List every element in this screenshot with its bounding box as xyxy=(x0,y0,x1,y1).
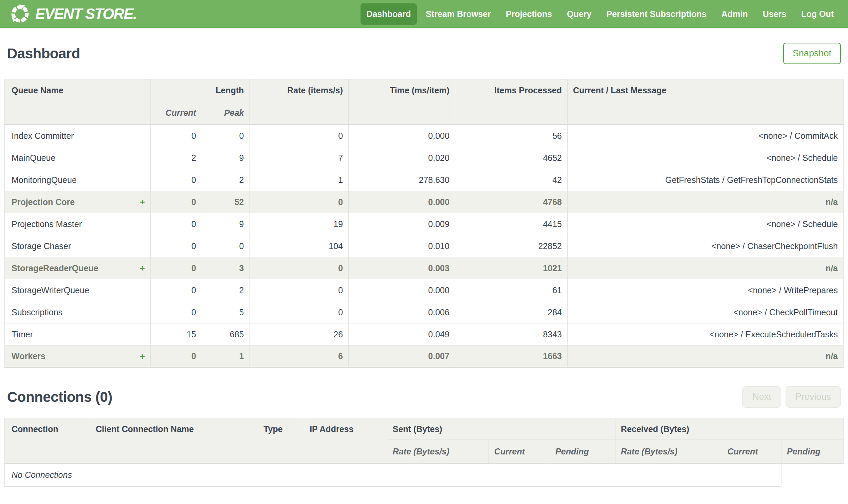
queue-current: 0 xyxy=(150,257,202,279)
queue-rate: 104 xyxy=(250,235,349,257)
queue-name: MonitoringQueue xyxy=(5,169,151,191)
page-header: Dashboard Snapshot xyxy=(7,43,841,64)
col-connection: Connection xyxy=(5,418,90,464)
queue-items: 8343 xyxy=(455,323,567,345)
queue-time: 0.003 xyxy=(349,257,455,279)
queue-message: <none> / WritePrepares xyxy=(567,279,844,301)
queue-rate: 6 xyxy=(250,345,349,367)
logo-text: EVENT STORE. xyxy=(35,5,137,22)
connections-table-header: Connection Client Connection Name Type I… xyxy=(5,418,844,464)
queue-name: MainQueue xyxy=(5,147,151,169)
nav-item-stream-browser[interactable]: Stream Browser xyxy=(420,3,497,25)
queue-rate: 0 xyxy=(250,301,349,323)
queue-items: 1663 xyxy=(455,345,567,367)
queue-message: <none> / CommitAck xyxy=(567,125,844,147)
queue-time: 0.007 xyxy=(349,345,455,367)
col-queue-name: Queue Name xyxy=(5,79,151,125)
no-connections-row: No Connections xyxy=(5,464,844,486)
queue-current: 0 xyxy=(150,213,202,235)
queue-peak: 3 xyxy=(202,257,250,279)
queue-peak: 9 xyxy=(202,147,250,169)
queue-current: 0 xyxy=(150,279,202,301)
col-received-bytes: Received (Bytes) xyxy=(615,418,843,440)
queue-rate: 0 xyxy=(250,191,349,213)
nav-item-persistent-subscriptions[interactable]: Persistent Subscriptions xyxy=(600,3,712,25)
queue-rate: 19 xyxy=(250,213,349,235)
queue-current: 15 xyxy=(150,323,202,345)
expand-plus-icon[interactable]: + xyxy=(140,352,145,361)
next-button[interactable]: Next xyxy=(742,386,781,408)
queue-peak: 0 xyxy=(202,125,250,147)
col-time: Time (ms/item) xyxy=(349,79,455,125)
queue-rate: 7 xyxy=(250,147,349,169)
queue-current: 0 xyxy=(150,191,202,213)
queue-current: 0 xyxy=(150,235,202,257)
queue-message: <none> / Schedule xyxy=(567,213,844,235)
col-received-pending: Pending xyxy=(781,440,844,464)
queue-rate: 26 xyxy=(250,323,349,345)
col-client-connection-name: Client Connection Name xyxy=(90,418,258,464)
col-sent-pending: Pending xyxy=(550,440,615,464)
previous-button[interactable]: Previous xyxy=(786,386,841,408)
col-type: Type xyxy=(258,418,304,464)
navbar: EVENT STORE. Dashboard Stream Browser Pr… xyxy=(0,0,848,28)
connections-table: Connection Client Connection Name Type I… xyxy=(4,418,844,487)
queue-peak: 9 xyxy=(202,213,250,235)
nav-item-users[interactable]: Users xyxy=(757,3,793,25)
queue-name-group: Workers + xyxy=(5,345,151,367)
col-length-peak: Peak xyxy=(202,101,250,125)
queue-name: Workers xyxy=(12,351,46,361)
nav-item-projections[interactable]: Projections xyxy=(500,3,558,25)
queue-peak: 2 xyxy=(202,169,250,191)
event-store-ring-icon xyxy=(10,4,30,24)
queue-time: 0.000 xyxy=(349,279,455,301)
queue-time: 0.049 xyxy=(349,323,455,345)
queue-name-group: StorageReaderQueue + xyxy=(5,257,151,279)
connections-title: Connections (0) xyxy=(7,389,112,405)
connections-header: Connections (0) Next Previous xyxy=(7,386,841,408)
col-received-current: Current xyxy=(722,440,781,464)
col-sent-bytes: Sent (Bytes) xyxy=(387,418,615,440)
no-connections-message: No Connections xyxy=(5,464,781,486)
queue-rate: 0 xyxy=(250,257,349,279)
nav-item-log-out[interactable]: Log Out xyxy=(795,3,840,25)
page-title: Dashboard xyxy=(7,46,80,62)
expand-plus-icon[interactable]: + xyxy=(140,264,145,272)
connections-pager: Next Previous xyxy=(742,386,841,408)
nav-item-dashboard[interactable]: Dashboard xyxy=(361,3,417,25)
nav-item-admin[interactable]: Admin xyxy=(715,3,754,25)
col-message: Current / Last Message xyxy=(567,79,844,125)
queue-items: 22852 xyxy=(455,235,567,257)
queue-message: <none> / ChaserCheckpointFlush xyxy=(567,235,844,257)
queue-name: Projections Master xyxy=(5,213,151,235)
queue-items: 61 xyxy=(455,279,567,301)
queue-row-subscriptions: Subscriptions 0 5 0 0.006 284 <none> / C… xyxy=(5,301,844,323)
queue-row-storagereaderqueue: StorageReaderQueue + 0 3 0 0.003 1021 n/… xyxy=(5,257,844,279)
event-store-logo[interactable]: EVENT STORE. xyxy=(10,4,137,24)
snapshot-button[interactable]: Snapshot xyxy=(783,43,841,64)
queue-peak: 5 xyxy=(202,301,250,323)
queue-peak: 2 xyxy=(202,279,250,301)
queue-message: <none> / ExecuteScheduledTasks xyxy=(567,323,844,345)
queue-name: Subscriptions xyxy=(5,301,151,323)
queue-message: n/a xyxy=(567,191,844,213)
col-received-rate: Rate (Bytes/s) xyxy=(615,440,722,464)
col-length-current: Current xyxy=(150,101,202,125)
queue-name: StorageWriterQueue xyxy=(5,279,151,301)
queue-items: 4652 xyxy=(455,147,567,169)
expand-plus-icon[interactable]: + xyxy=(140,198,145,206)
queue-items: 284 xyxy=(455,301,567,323)
nav-items: Dashboard Stream Browser Projections Que… xyxy=(361,3,840,25)
queue-row-projection-core: Projection Core + 0 52 0 0.000 4768 n/a xyxy=(5,191,844,213)
col-items-processed: Items Processed xyxy=(455,79,567,125)
queue-items: 1021 xyxy=(455,257,567,279)
queue-current: 0 xyxy=(150,125,202,147)
queue-items: 4768 xyxy=(455,191,567,213)
queue-time: 0.009 xyxy=(349,213,455,235)
queue-current: 2 xyxy=(150,147,202,169)
queue-time: 278.630 xyxy=(349,169,455,191)
queue-peak: 685 xyxy=(202,323,250,345)
queue-current: 0 xyxy=(150,301,202,323)
queue-time: 0.000 xyxy=(349,125,455,147)
nav-item-query[interactable]: Query xyxy=(561,3,597,25)
